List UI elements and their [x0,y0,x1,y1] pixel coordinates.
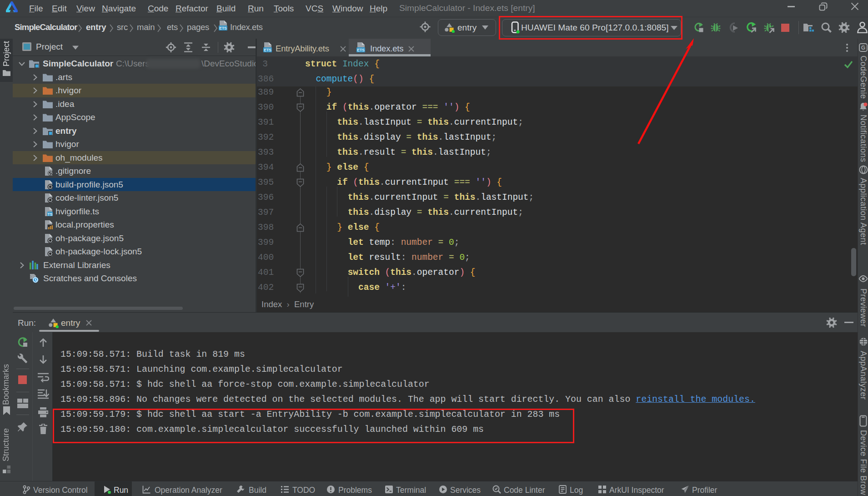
svg-text:ETS: ETS [357,48,365,52]
svg-text:G: G [861,45,865,51]
svg-text:ETS: ETS [264,48,271,52]
svg-text:ETS: ETS [219,26,227,30]
svg-text:TS: TS [48,212,53,216]
